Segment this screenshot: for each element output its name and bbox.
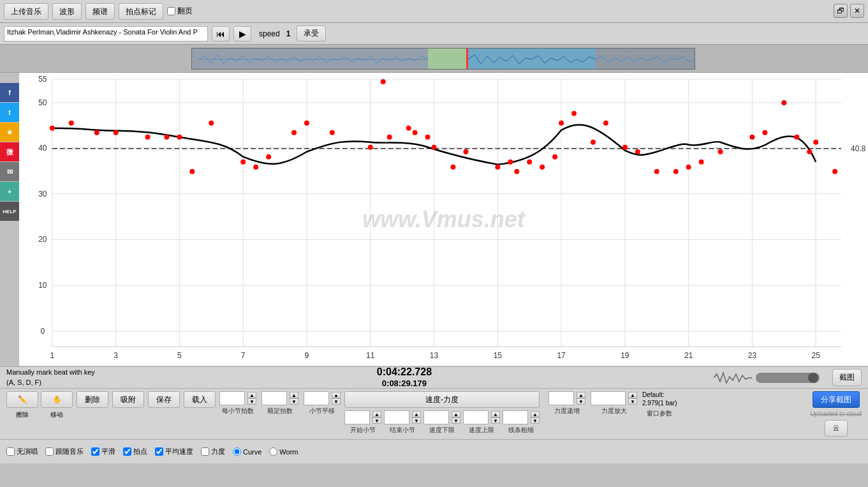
erase-label: 擦除 xyxy=(6,410,38,419)
cloud-button[interactable]: 云 xyxy=(825,420,848,437)
force-check-label[interactable]: 力度 xyxy=(201,447,225,456)
svg-rect-2 xyxy=(466,49,468,70)
end-bar-down[interactable]: ▼ xyxy=(412,417,421,424)
svg-point-87 xyxy=(686,165,691,170)
start-bar-down[interactable]: ▼ xyxy=(372,417,381,424)
small-bar-up[interactable]: ▲ xyxy=(332,392,341,398)
force-smooth-down[interactable]: ▼ xyxy=(577,398,585,405)
smooth-check-label[interactable]: 平滑 xyxy=(91,447,115,456)
waveform-button[interactable]: 波形 xyxy=(52,3,82,20)
video-button[interactable]: 频谱 xyxy=(85,3,115,20)
add-button[interactable]: + xyxy=(0,182,19,201)
speed-upper-input[interactable]: 55 xyxy=(463,410,489,424)
svg-text:50: 50 xyxy=(38,98,47,107)
speed-lower-input[interactable]: 0 xyxy=(423,410,449,424)
beat-point-check-label[interactable]: 拍点 xyxy=(123,447,147,456)
force-big-input[interactable]: 4.4680 xyxy=(591,391,626,405)
small-bar-down[interactable]: ▼ xyxy=(332,398,341,405)
import-button[interactable]: 载入 xyxy=(184,391,216,408)
svg-rect-1 xyxy=(428,49,466,70)
waveform-bar[interactable] xyxy=(191,48,695,70)
flip-checkbox[interactable] xyxy=(167,7,175,15)
restore-button[interactable]: 🗗 xyxy=(834,4,848,18)
svg-text:1: 1 xyxy=(50,351,55,360)
svg-text:10: 10 xyxy=(38,281,47,290)
close-button[interactable]: ✕ xyxy=(850,4,864,18)
flip-checkbox-label[interactable]: 翻页 xyxy=(167,6,193,17)
play-button[interactable]: ▶ xyxy=(233,26,251,41)
line-thick-input[interactable]: 3 xyxy=(503,410,528,424)
rewind-button[interactable]: ⏮ xyxy=(212,26,230,41)
twitter-button[interactable]: t xyxy=(0,103,19,122)
delete-button[interactable]: 删除 xyxy=(77,391,108,408)
speed-slider[interactable] xyxy=(756,373,820,383)
avg-speed-checkbox[interactable] xyxy=(155,447,163,456)
end-bar-input[interactable]: 25 xyxy=(384,410,409,424)
speed-upper-up[interactable]: ▲ xyxy=(491,411,500,417)
social-sidebar: f t ★ 微 ✉ + HELP xyxy=(0,83,19,221)
erase-button[interactable]: ✏️ xyxy=(6,391,38,408)
svg-point-74 xyxy=(508,160,513,165)
capture-button[interactable]: 截图 xyxy=(832,369,862,386)
save-button[interactable]: 保存 xyxy=(148,391,180,408)
small-bar-input[interactable]: 0 xyxy=(304,391,329,405)
avg-speed-check-label[interactable]: 平均速度 xyxy=(155,447,193,456)
force-smooth-up[interactable]: ▲ xyxy=(577,392,585,398)
svg-point-78 xyxy=(552,154,557,160)
speed-force-button[interactable]: 速度-力度 xyxy=(344,391,540,408)
force-smooth-input[interactable]: 3 xyxy=(548,391,574,405)
accompaniment-checkbox[interactable] xyxy=(45,447,54,456)
force-big-up[interactable]: ▲ xyxy=(628,392,637,398)
slider-handle[interactable] xyxy=(808,373,818,383)
start-bar-up[interactable]: ▲ xyxy=(372,411,381,417)
no-singing-checkbox[interactable] xyxy=(6,447,15,456)
beats-per-bar-input[interactable]: 2 xyxy=(219,391,245,405)
end-bar-label: 结束小节 xyxy=(390,426,415,435)
force-big-label: 力度放大 xyxy=(601,407,627,416)
svg-point-57 xyxy=(189,169,195,174)
easy-beats-input[interactable]: 0 xyxy=(261,391,287,405)
avg-speed-label: 平均速度 xyxy=(165,447,193,456)
facebook-button[interactable]: f xyxy=(0,83,19,102)
force-checkbox[interactable] xyxy=(201,447,209,456)
accompaniment-check-label[interactable]: 跟随音乐 xyxy=(45,447,84,456)
speed-lower-down[interactable]: ▼ xyxy=(452,417,460,424)
window-param-value: 2.979(1 bar) xyxy=(642,400,677,407)
beat-point-checkbox[interactable] xyxy=(123,447,131,456)
smooth-checkbox[interactable] xyxy=(91,447,99,456)
svg-point-62 xyxy=(304,121,309,126)
svg-point-66 xyxy=(387,135,392,140)
status-bar: Manually mark beat with key (A, S, D, F)… xyxy=(0,366,868,388)
confirm-button[interactable]: 承受 xyxy=(297,26,326,41)
twitter-icon: t xyxy=(8,109,11,116)
beats-per-bar-up[interactable]: ▲ xyxy=(247,392,256,398)
weibo-button[interactable]: 微 xyxy=(0,142,19,161)
beat-mark-button[interactable]: 拍点标记 xyxy=(119,3,163,20)
start-bar-label: 开始小节 xyxy=(350,426,376,435)
svg-point-49 xyxy=(50,126,55,131)
worm-radio-label[interactable]: Worm xyxy=(269,447,298,456)
worm-radio[interactable] xyxy=(269,447,277,456)
no-singing-check-label[interactable]: 无演唱 xyxy=(6,447,38,456)
share-screenshot-button[interactable]: 分享截图 xyxy=(813,391,860,408)
end-bar-up[interactable]: ▲ xyxy=(412,411,421,417)
easy-beats-up[interactable]: ▲ xyxy=(290,392,298,398)
start-bar-input[interactable]: 1 xyxy=(344,410,370,424)
mail-button[interactable]: ✉ xyxy=(0,162,19,181)
move-button[interactable]: ✋ xyxy=(41,391,73,408)
curve-radio-label[interactable]: Curve xyxy=(233,447,261,456)
beats-per-bar-down[interactable]: ▼ xyxy=(247,398,256,405)
speed-lower-up[interactable]: ▲ xyxy=(452,411,460,417)
curve-radio[interactable] xyxy=(233,447,241,456)
help-button[interactable]: HELP xyxy=(0,202,19,221)
upload-music-button[interactable]: 上传音乐 xyxy=(4,3,48,20)
speed-upper-down[interactable]: ▼ xyxy=(491,417,500,424)
force-big-down[interactable]: ▼ xyxy=(628,398,637,405)
svg-text:30: 30 xyxy=(38,190,47,199)
line-thick-up[interactable]: ▲ xyxy=(531,411,540,417)
absorb-button[interactable]: 吸附 xyxy=(112,391,144,408)
easy-beats-down[interactable]: ▼ xyxy=(290,398,298,405)
star-button[interactable]: ★ xyxy=(0,123,19,142)
line-thick-down[interactable]: ▼ xyxy=(531,417,540,424)
svg-text:7: 7 xyxy=(241,351,246,360)
